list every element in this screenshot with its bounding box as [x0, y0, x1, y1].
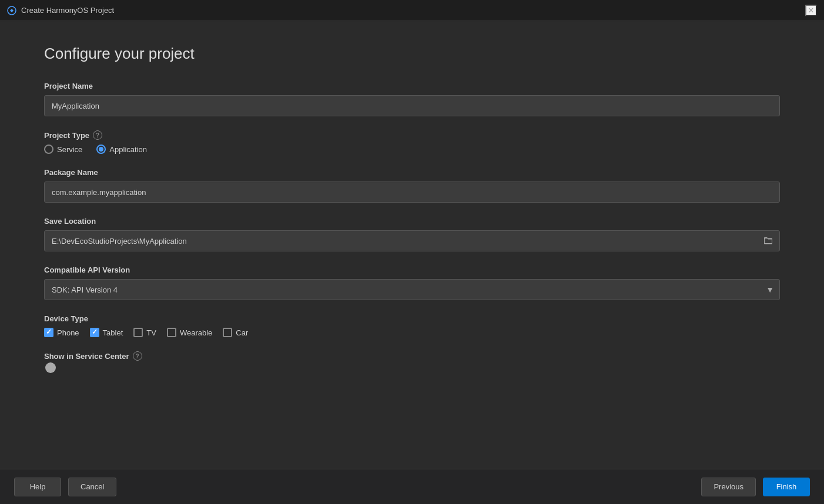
bottom-bar-left: Help Cancel [14, 478, 116, 496]
package-name-label: Package Name [44, 168, 780, 177]
radio-service[interactable] [44, 145, 53, 154]
checkbox-option-tablet[interactable]: Tablet [90, 328, 123, 337]
page-title: Configure your project [44, 45, 780, 63]
title-bar-left: Create HarmonyOS Project [7, 6, 114, 15]
checkbox-wearable-label: Wearable [180, 328, 212, 337]
project-name-input[interactable] [44, 95, 780, 116]
service-center-help-icon[interactable]: ? [133, 351, 142, 361]
checkbox-car-label: Car [236, 328, 248, 337]
checkbox-tablet[interactable] [90, 328, 99, 337]
service-center-group: Show in Service Center ? [44, 351, 780, 374]
device-type-label: Device Type [44, 314, 780, 323]
compatible-api-select[interactable]: SDK: API Version 4 SDK: API Version 3 SD… [44, 279, 780, 300]
device-type-group: Device Type Phone Tablet TV Wearable Car [44, 314, 780, 337]
save-location-input-wrapper [44, 230, 780, 251]
title-bar: Create HarmonyOS Project × [0, 0, 824, 21]
compatible-api-select-wrapper: SDK: API Version 4 SDK: API Version 3 SD… [44, 279, 780, 300]
checkbox-tv-label: TV [146, 328, 156, 337]
bottom-bar-right: Previous Finish [701, 478, 810, 496]
checkbox-wearable[interactable] [167, 328, 176, 337]
checkbox-tablet-label: Tablet [103, 328, 123, 337]
save-location-group: Save Location [44, 217, 780, 251]
folder-icon [763, 236, 773, 246]
project-type-help-icon[interactable]: ? [93, 130, 102, 140]
checkbox-option-car[interactable]: Car [223, 328, 248, 337]
close-button[interactable]: × [805, 5, 817, 16]
harmonyos-icon [7, 6, 16, 15]
checkbox-option-phone[interactable]: Phone [44, 328, 79, 337]
previous-button[interactable]: Previous [701, 478, 756, 496]
checkbox-option-tv[interactable]: TV [133, 328, 156, 337]
radio-option-application[interactable]: Application [96, 145, 147, 154]
save-location-label: Save Location [44, 217, 780, 226]
project-type-label: Project Type ? [44, 130, 780, 140]
bottom-bar: Help Cancel Previous Finish [0, 469, 824, 504]
checkbox-tv[interactable] [133, 328, 143, 337]
checkbox-phone-label: Phone [57, 328, 79, 337]
compatible-api-group: Compatible API Version SDK: API Version … [44, 266, 780, 300]
window-title: Create HarmonyOS Project [21, 6, 114, 15]
project-type-radio-group: Service Application [44, 145, 780, 154]
save-location-input[interactable] [44, 230, 780, 251]
checkbox-car[interactable] [223, 328, 232, 337]
help-button[interactable]: Help [14, 478, 61, 496]
browse-folder-button[interactable] [761, 235, 775, 247]
cancel-button[interactable]: Cancel [68, 478, 116, 496]
compatible-api-label: Compatible API Version [44, 266, 780, 274]
service-center-label: Show in Service Center ? [44, 351, 780, 361]
main-content: Configure your project Project Name Proj… [0, 21, 824, 469]
checkbox-phone[interactable] [44, 328, 53, 337]
radio-option-service[interactable]: Service [44, 145, 82, 154]
project-name-group: Project Name [44, 82, 780, 116]
package-name-group: Package Name [44, 168, 780, 203]
device-type-checkbox-group: Phone Tablet TV Wearable Car [44, 328, 780, 337]
project-type-group: Project Type ? Service Application [44, 130, 780, 154]
radio-application[interactable] [96, 145, 106, 154]
package-name-input[interactable] [44, 182, 780, 203]
project-name-label: Project Name [44, 82, 780, 90]
finish-button[interactable]: Finish [763, 478, 810, 496]
checkbox-option-wearable[interactable]: Wearable [167, 328, 212, 337]
radio-service-label: Service [57, 145, 82, 154]
radio-application-label: Application [109, 145, 147, 154]
